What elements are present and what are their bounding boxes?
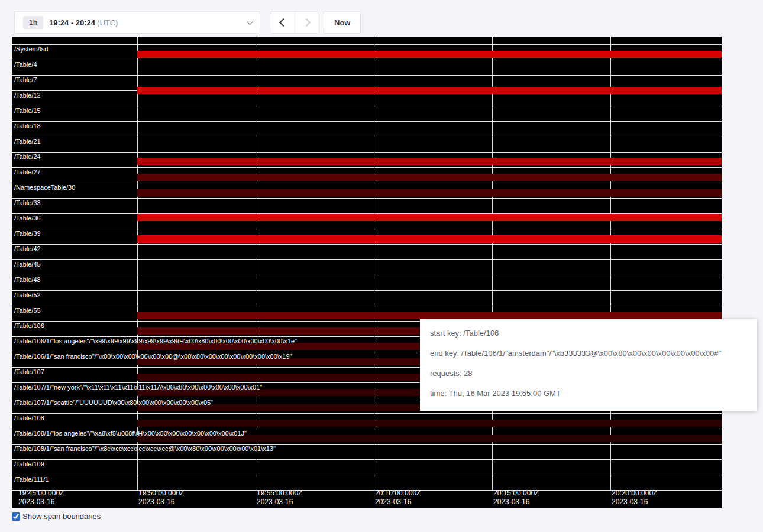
- row-label: /Table/18: [13, 122, 41, 130]
- heat-band[interactable]: [137, 214, 722, 221]
- tooltip-line: end key: /Table/106/1/"amsterdam"/"\xb33…: [430, 348, 747, 359]
- row-label: /Table/36: [13, 215, 41, 222]
- heat-band[interactable]: [137, 174, 722, 181]
- heat-band[interactable]: [137, 189, 722, 197]
- now-button[interactable]: Now: [324, 11, 361, 34]
- row-label: /Table/12: [13, 92, 41, 99]
- x-axis-tick: 19:45:00.000Z2023-03-16: [18, 489, 64, 507]
- row-label: /Table/109: [13, 460, 44, 468]
- span-boundary-line: [12, 444, 722, 445]
- row-label: /Table/15: [13, 107, 41, 115]
- row-label: /Table/107: [13, 368, 44, 376]
- span-boundary-line: [12, 290, 722, 291]
- tooltip-line: start key: /Table/106: [430, 327, 747, 339]
- span-boundary-line: [12, 75, 722, 76]
- row-label: /Table/4: [13, 61, 37, 69]
- span-boundary-line: [12, 306, 722, 306]
- time-range-label: 19:24 - 20:24(UTC): [49, 18, 118, 27]
- span-boundary-line: [12, 106, 722, 106]
- row-label: /Table/33: [13, 199, 41, 207]
- x-axis-tick: 20:15:00.000Z2023-03-16: [493, 489, 539, 507]
- span-boundary-line: [12, 275, 722, 275]
- span-boundaries-label[interactable]: Show span boundaries: [22, 512, 101, 521]
- span-boundary-line: [12, 137, 722, 137]
- span-boundary-line: [12, 459, 722, 460]
- x-axis-tick: 20:20:00.000Z2023-03-16: [612, 489, 657, 507]
- tooltip-line: time: Thu, 16 Mar 2023 19:55:00 GMT: [430, 388, 747, 400]
- span-boundary-line: [12, 429, 722, 429]
- row-label: /Table/108/1/"san francisco"/"\x8c\xcc\x…: [13, 445, 276, 453]
- row-label: /Table/48: [13, 276, 41, 284]
- row-label: /Table/106/1/"san francisco"/"\x80\x00\x…: [13, 353, 292, 361]
- x-axis-tick: 19:50:00.000Z2023-03-16: [138, 489, 184, 507]
- row-label: /Table/106/1/"los angeles"/"\x99\x99\x99…: [13, 338, 297, 345]
- chevron-right-icon: [302, 18, 311, 27]
- prev-time-button[interactable]: [271, 12, 295, 33]
- row-label: /Table/7: [13, 76, 37, 84]
- row-label: /Table/108/1/"los angeles"/"\xa8\xf5\u00…: [13, 430, 247, 437]
- time-nav-group: [271, 11, 318, 34]
- span-boundary-line: [12, 152, 722, 153]
- span-boundary-line: [12, 259, 722, 260]
- timezone-label: (UTC): [97, 18, 118, 27]
- span-boundary-line: [12, 413, 722, 414]
- span-boundary-line: [12, 60, 722, 60]
- row-label: /Table/21: [13, 138, 41, 145]
- heat-band[interactable]: [137, 51, 722, 58]
- row-label: /System/tsd: [13, 46, 48, 53]
- x-axis-tick: 20:10:00.000Z2023-03-16: [375, 489, 421, 507]
- tooltip-line: requests: 28: [430, 368, 747, 379]
- row-label: /Table/107/1/"seattle"/"UUUUUUD\x00\x80\…: [13, 399, 213, 407]
- footer-controls: Show span boundaries: [12, 512, 101, 521]
- heat-band[interactable]: [137, 235, 722, 243]
- span-boundaries-checkbox[interactable]: [12, 512, 20, 521]
- heat-band[interactable]: [137, 312, 722, 319]
- span-boundary-line: [12, 167, 722, 168]
- heat-band[interactable]: [137, 158, 722, 165]
- row-label: /Table/42: [13, 245, 41, 253]
- time-range-selector[interactable]: 1h 19:24 - 20:24(UTC): [14, 11, 260, 34]
- toolbar: 1h 19:24 - 20:24(UTC) Now: [14, 11, 361, 34]
- row-label: /Table/111/1: [13, 476, 49, 484]
- duration-badge: 1h: [23, 16, 43, 29]
- row-label: /Table/24: [13, 153, 41, 161]
- row-label: /Table/108: [13, 414, 44, 422]
- span-boundary-line: [12, 44, 722, 45]
- row-label: /NamespaceTable/30: [13, 184, 75, 192]
- chevron-left-icon: [279, 18, 287, 27]
- next-time-button[interactable]: [295, 12, 318, 33]
- row-label: /Table/27: [13, 168, 41, 176]
- span-boundary-line: [12, 121, 722, 122]
- span-boundary-line: [12, 198, 722, 199]
- row-label: /Table/106: [13, 322, 44, 330]
- row-label: /Table/107/1/"new york"/"\x11\x11\x11\x1…: [13, 384, 262, 391]
- span-boundary-line: [12, 183, 722, 183]
- heat-band[interactable]: [137, 420, 722, 427]
- row-label: /Table/52: [13, 291, 41, 299]
- row-label: /Table/45: [13, 261, 41, 268]
- span-boundary-line: [12, 244, 722, 245]
- x-axis-tick: 19:55:00.000Z2023-03-16: [257, 489, 302, 507]
- chevron-down-icon: [247, 18, 253, 25]
- row-label: /Table/55: [13, 307, 41, 314]
- time-range-value: 19:24 - 20:24: [49, 18, 95, 27]
- keyvis-tooltip: start key: /Table/106end key: /Table/106…: [420, 319, 757, 411]
- keyvis-canvas[interactable]: /System/tsd/Table/4/Table/7/Table/12/Tab…: [12, 37, 722, 508]
- span-boundary-line: [12, 229, 722, 229]
- heat-band[interactable]: [137, 87, 722, 94]
- span-boundary-line: [12, 475, 722, 475]
- row-label: /Table/39: [13, 230, 41, 238]
